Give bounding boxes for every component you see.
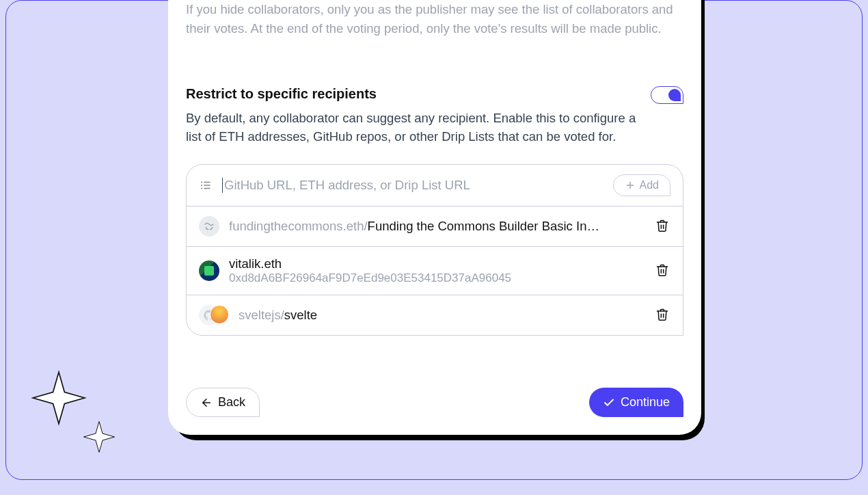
restrict-toggle[interactable] [651, 86, 683, 104]
recipient-row: sveltejs/svelte [187, 295, 683, 335]
delete-button[interactable] [655, 219, 670, 234]
restrict-description: By default, any collaborator can suggest… [186, 109, 637, 147]
recipient-row: vitalik.eth 0xd8dA6BF26964aF9D7eEd9e03E5… [187, 247, 683, 295]
sparkle-icon [30, 369, 87, 427]
delete-button[interactable] [655, 308, 670, 323]
list-icon [199, 178, 213, 192]
drip-icon [199, 216, 219, 237]
avatar [199, 260, 219, 281]
delete-button[interactable] [655, 263, 670, 278]
back-button[interactable]: Back [186, 388, 260, 417]
avatar [199, 305, 229, 325]
settings-card: If you hide collaborators, only you as t… [168, 0, 701, 435]
svg-point-4 [202, 188, 202, 189]
recipient-label: fundingthecommons.eth/Funding the Common… [229, 219, 646, 234]
svg-point-2 [202, 185, 202, 186]
continue-button-label: Continue [621, 395, 670, 410]
recipient-list: GitHub URL, ETH address, or Drip List UR… [186, 164, 683, 336]
recipient-input-row: GitHub URL, ETH address, or Drip List UR… [187, 165, 683, 206]
recipient-label: sveltejs/svelte [239, 308, 646, 323]
add-button-label: Add [640, 179, 659, 191]
intro-text: If you hide collaborators, only you as t… [186, 0, 683, 38]
plus-icon [625, 180, 636, 191]
recipient-input[interactable]: GitHub URL, ETH address, or Drip List UR… [222, 178, 603, 193]
arrow-left-icon [200, 397, 213, 409]
restrict-title: Restrict to specific recipients [186, 86, 637, 102]
back-button-label: Back [218, 395, 245, 410]
sparkle-icon [82, 420, 116, 454]
svg-point-0 [202, 182, 202, 183]
continue-button[interactable]: Continue [589, 388, 683, 417]
recipient-label: vitalik.eth 0xd8dA6BF26964aF9D7eEd9e03E5… [229, 256, 646, 285]
add-button[interactable]: Add [613, 174, 670, 196]
check-icon [603, 397, 615, 409]
recipient-row: fundingthecommons.eth/Funding the Common… [187, 206, 683, 247]
